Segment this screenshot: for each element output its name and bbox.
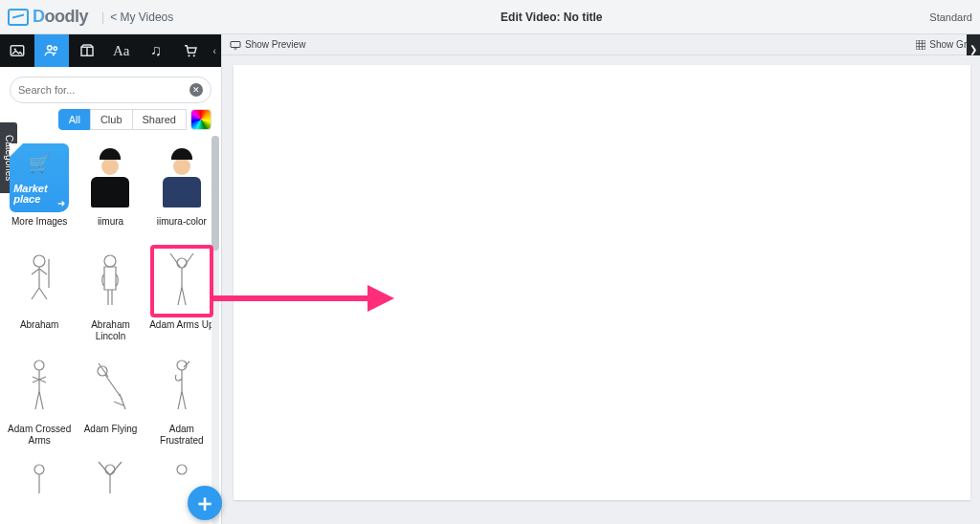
- asset-adam-flying[interactable]: Adam Flying: [75, 347, 145, 448]
- filter-club[interactable]: Club: [90, 109, 133, 130]
- asset-thumb: [80, 143, 140, 212]
- cart-icon: [182, 42, 199, 59]
- asset-label: Adam Arms Up: [149, 319, 213, 340]
- arrow-icon: ➜: [57, 198, 65, 208]
- asset-label: Adam Frustrated: [148, 424, 215, 446]
- svg-point-2: [48, 46, 53, 51]
- filter-bar: All Club Shared: [0, 109, 221, 136]
- asset-thumb: [10, 351, 69, 420]
- asset-item[interactable]: [75, 451, 145, 524]
- marketplace-tile: 🛒 Marketplace ➜: [10, 143, 69, 212]
- svg-point-7: [33, 255, 45, 267]
- asset-thumb: [152, 143, 212, 212]
- monitor-icon: [230, 40, 241, 50]
- canvas[interactable]: [234, 65, 970, 500]
- asset-thumb: [10, 247, 69, 316]
- svg-point-5: [189, 55, 190, 56]
- collapse-panel[interactable]: ‹: [208, 34, 221, 67]
- svg-point-10: [34, 360, 44, 370]
- svg-rect-16: [231, 41, 240, 47]
- svg-point-3: [54, 47, 56, 50]
- asset-thumb: [10, 455, 69, 524]
- tab-props[interactable]: [69, 34, 103, 67]
- logo-text: Doodly: [33, 7, 88, 27]
- music-icon: ♫: [150, 42, 162, 59]
- asset-label: Adam Crossed Arms: [6, 424, 73, 446]
- asset-label: Adam Flying: [84, 424, 138, 445]
- tab-characters[interactable]: [34, 34, 69, 67]
- plan-label: Standard: [929, 11, 972, 23]
- plus-icon: ＋: [193, 488, 216, 518]
- asset-thumb: [80, 351, 140, 420]
- svg-point-6: [193, 55, 195, 56]
- svg-point-9: [177, 258, 187, 268]
- tab-marketplace[interactable]: [173, 34, 208, 67]
- asset-thumb: [152, 351, 212, 420]
- cart-icon: 🛒: [29, 153, 50, 174]
- scrollbar-handle[interactable]: [212, 136, 219, 251]
- image-icon: [9, 42, 26, 59]
- asset-thumb: [152, 247, 212, 316]
- svg-point-15: [177, 465, 187, 474]
- asset-label: Abraham: [20, 319, 59, 340]
- scrollbar[interactable]: [212, 136, 219, 524]
- filter-all[interactable]: All: [58, 109, 91, 130]
- asset-more-images[interactable]: 🛒 Marketplace ➜ More Images: [4, 140, 75, 239]
- asset-panel: Aa ♫ ‹ ✕ All Club Shared: [0, 34, 222, 524]
- asset-grid: 🛒 Marketplace ➜ More Images iimura: [4, 140, 217, 524]
- tab-text[interactable]: Aa: [104, 34, 139, 67]
- asset-adam-arms-up[interactable]: Adam Arms Up: [146, 243, 217, 343]
- asset-abraham-lincoln[interactable]: Abraham Lincoln: [75, 243, 145, 343]
- add-asset-button[interactable]: ＋: [188, 486, 222, 520]
- box-icon: [78, 42, 96, 59]
- asset-abraham[interactable]: Abraham: [4, 243, 75, 343]
- grid-icon: [916, 40, 925, 50]
- asset-label: iimura: [98, 216, 123, 237]
- asset-iimura[interactable]: iimura: [75, 140, 145, 239]
- svg-point-13: [34, 465, 44, 474]
- canvas-area[interactable]: [222, 55, 980, 524]
- search-wrap: ✕: [0, 67, 221, 109]
- svg-point-8: [104, 255, 116, 267]
- logo-icon: [8, 9, 29, 26]
- page-title: Edit Video: No title: [173, 11, 929, 24]
- asset-type-tabs: Aa ♫ ‹: [0, 34, 221, 67]
- asset-label: More Images: [11, 216, 67, 237]
- asset-thumb: [80, 247, 140, 316]
- people-icon: [43, 42, 60, 59]
- search-box[interactable]: ✕: [10, 76, 212, 103]
- canvas-toolbar: Show Preview Show Grid: [222, 34, 980, 55]
- color-filter[interactable]: [190, 109, 212, 130]
- asset-label: Abraham Lincoln: [77, 319, 144, 341]
- show-preview-button[interactable]: Show Preview: [230, 39, 305, 50]
- asset-adam-crossed-arms[interactable]: Adam Crossed Arms: [4, 347, 75, 448]
- app-header: Doodly | < My Videos Edit Video: No titl…: [0, 0, 980, 34]
- asset-item[interactable]: [4, 451, 75, 524]
- asset-adam-frustrated[interactable]: Adam Frustrated: [146, 347, 217, 448]
- filter-shared[interactable]: Shared: [132, 109, 187, 130]
- tab-scenes[interactable]: [0, 34, 34, 67]
- text-icon: Aa: [113, 43, 130, 59]
- workspace: Aa ♫ ‹ ✕ All Club Shared: [0, 34, 980, 524]
- show-grid-button[interactable]: Show Grid: [916, 39, 974, 50]
- asset-iimura-color[interactable]: iimura-color: [146, 140, 217, 239]
- asset-grid-scroll[interactable]: 🛒 Marketplace ➜ More Images iimura: [0, 136, 221, 524]
- svg-point-14: [105, 465, 115, 474]
- asset-thumb: [80, 455, 140, 524]
- tab-sounds[interactable]: ♫: [139, 34, 173, 67]
- canvas-panel: Show Preview Show Grid: [222, 34, 980, 524]
- clear-search-icon[interactable]: ✕: [189, 83, 203, 97]
- back-link[interactable]: < My Videos: [110, 11, 173, 24]
- asset-label: iimura-color: [157, 216, 207, 237]
- search-input[interactable]: [18, 84, 189, 96]
- show-preview-label: Show Preview: [245, 39, 305, 50]
- separator: |: [101, 11, 104, 24]
